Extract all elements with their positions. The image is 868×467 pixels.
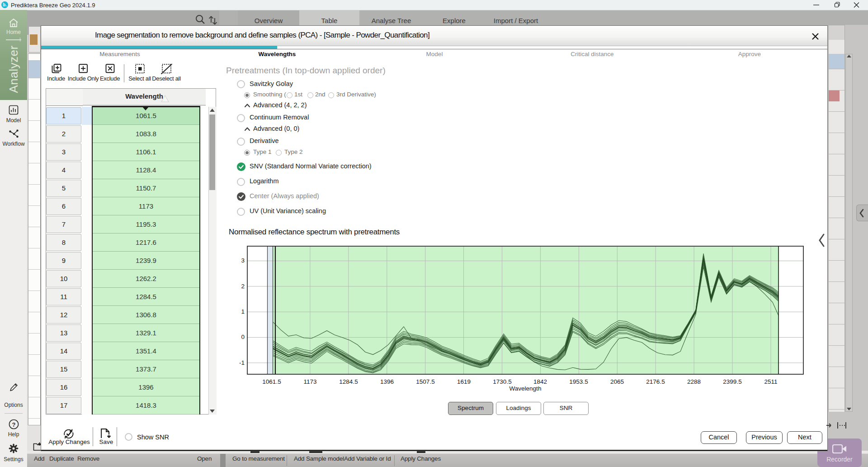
svg-text:?: ?: [12, 421, 16, 428]
